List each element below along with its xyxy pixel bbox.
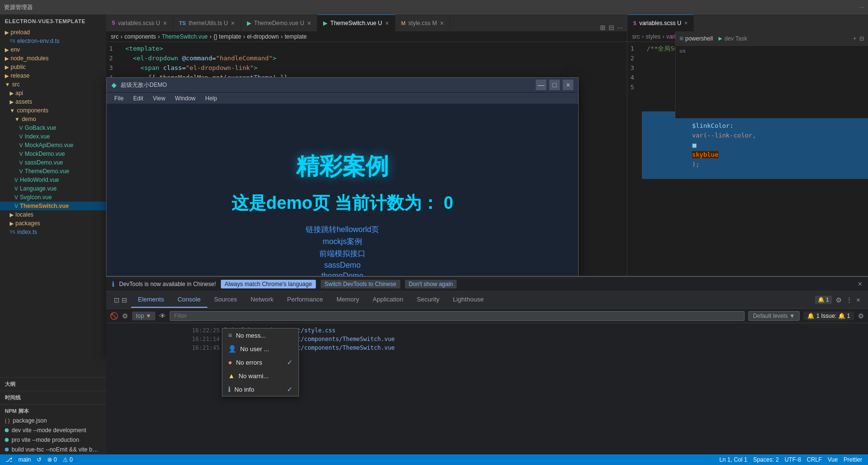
sidebar-item-assets[interactable]: ▶assets	[0, 97, 106, 106]
sidebar-item-node-modules[interactable]: ▶node_modules	[0, 54, 106, 63]
tab-close-themedemo[interactable]: ×	[307, 19, 311, 27]
dropdown-item-errors[interactable]: ● No errors ✓	[222, 356, 298, 369]
issue-badge[interactable]: 🔔 1 Issue: 🔔 1	[803, 312, 854, 320]
sidebar-item-language-vue[interactable]: VLanguage.vue	[0, 184, 106, 193]
npm-run-pro[interactable]: pro vite --mode production	[0, 435, 106, 445]
devtools-tab-memory[interactable]: Memory	[330, 292, 366, 308]
devtools-tab-console[interactable]: Console	[171, 292, 207, 308]
tab-variables-scss[interactable]: S variables.scss U ×	[106, 14, 173, 31]
sidebar-item-api[interactable]: ▶api	[0, 89, 106, 97]
encoding-indicator[interactable]: UTF-8	[785, 456, 801, 463]
sidebar-item-goback-vue[interactable]: VGoBack.vue	[0, 123, 106, 132]
npm-run-dev[interactable]: dev vite --mode development	[0, 425, 106, 435]
editor-layout-icon[interactable]: ⊟	[609, 24, 614, 31]
devtools-tab-lighthouse[interactable]: Lighthouse	[446, 292, 490, 308]
devtools-tab-sources[interactable]: Sources	[207, 292, 244, 308]
default-levels-dropdown[interactable]: Default levels ▼	[748, 311, 799, 321]
devtools-more-icon[interactable]: ⋮	[846, 296, 853, 304]
sidebar-item-sassdemo-vue[interactable]: VsassDemo.vue	[0, 158, 106, 167]
npm-package-json[interactable]: { } package.json	[0, 416, 106, 425]
preview-link-mockapi[interactable]: 前端模拟接口	[319, 249, 366, 259]
dropdown-item-info[interactable]: ℹ No info ✓	[222, 383, 298, 396]
sidebar-item-release[interactable]: ▶release	[0, 71, 106, 80]
preview-link-sass[interactable]: sassDemo	[324, 261, 361, 270]
terminal-split-icon[interactable]: ⊟	[859, 35, 864, 42]
clear-console-icon[interactable]: 🚫	[110, 312, 118, 320]
menu-window[interactable]: Window	[175, 95, 196, 102]
right-tab-close[interactable]: ×	[684, 20, 688, 27]
ln-col-indicator[interactable]: Ln 1, Col 1	[719, 456, 747, 463]
sidebar-item-helloworld-vue[interactable]: VHelloWorld.vue	[0, 176, 106, 184]
always-match-btn[interactable]: Always match Chrome's language	[221, 280, 316, 288]
switch-chinese-btn[interactable]: Switch DevTools to Chinese	[321, 280, 400, 288]
git-branch-label[interactable]: main	[18, 456, 31, 463]
tab-themeswitch-vue[interactable]: ▶ ThemeSwitch.vue U ×	[317, 14, 395, 31]
dropdown-item-messages[interactable]: ≡ No mess...	[222, 328, 298, 342]
titlebar-dots[interactable]: ···	[859, 4, 864, 11]
menu-edit[interactable]: Edit	[133, 95, 143, 102]
sidebar-item-preload[interactable]: ▶preload	[0, 28, 106, 37]
sidebar-item-components[interactable]: ▼components	[0, 106, 106, 115]
sidebar-item-themedemo-vue[interactable]: VThemeDemo.vue	[0, 167, 106, 176]
devtools-settings-icon[interactable]: ⚙	[836, 296, 842, 304]
tab-close-css[interactable]: ×	[440, 19, 444, 27]
language-indicator[interactable]: Vue	[827, 456, 838, 463]
sidebar-item-packages[interactable]: ▶packages	[0, 219, 106, 228]
sidebar-item-src[interactable]: ▼src	[0, 80, 106, 89]
sidebar-item-themeswitch-vue[interactable]: VThemeSwitch.vue	[0, 202, 106, 210]
devtools-tab-network[interactable]: Network	[244, 292, 281, 308]
devtools-close-icon[interactable]: ×	[856, 296, 860, 304]
right-tab-variables[interactable]: S variables.scss U ×	[627, 14, 694, 31]
eye-icon[interactable]: 👁	[159, 312, 166, 320]
more-icon[interactable]: ···	[617, 24, 623, 31]
sidebar-item-svgicon-vue[interactable]: VSvgIcon.vue	[0, 193, 106, 202]
preview-maximize-btn[interactable]: □	[549, 80, 560, 90]
preview-close-btn[interactable]: ×	[563, 80, 573, 90]
tab-close-scss[interactable]: ×	[163, 19, 167, 27]
devtools-tab-security[interactable]: Security	[410, 292, 446, 308]
split-editor-icon[interactable]: ⊞	[600, 24, 606, 31]
sidebar-item-env[interactable]: ▶env	[0, 45, 106, 54]
devtools-inspect-icon[interactable]: ⊡	[114, 296, 120, 304]
tab-themedemo-vue[interactable]: ▶ ThemeDemo.vue U ×	[241, 14, 317, 31]
menu-help[interactable]: Help	[205, 95, 217, 102]
terminal-add-icon[interactable]: +	[853, 35, 856, 42]
devtools-tab-application[interactable]: Application	[366, 292, 410, 308]
tab-style-css[interactable]: M style.css M ×	[395, 14, 450, 31]
devtools-device-icon[interactable]: ⊟	[122, 296, 127, 304]
error-count[interactable]: ⊗ 0	[47, 456, 57, 463]
sidebar-item-index-ts[interactable]: TSindex.ts	[0, 228, 106, 236]
devtools-tab-performance[interactable]: Performance	[280, 292, 329, 308]
console-settings-icon[interactable]: ⚙	[122, 312, 128, 320]
preview-minimize-btn[interactable]: —	[536, 80, 546, 90]
dont-show-btn[interactable]: Don't show again	[405, 280, 457, 288]
npm-run-build[interactable]: build vue-tsc --noEmit && vite build &	[0, 445, 106, 454]
sidebar-item-mockapidemo-vue[interactable]: VMockApiDemo.vue	[0, 141, 106, 150]
console-filter-input[interactable]	[170, 311, 745, 321]
terminal-tab-dev[interactable]: ▶ dev Task	[719, 35, 747, 42]
dropdown-item-user[interactable]: 👤 No user ...	[222, 342, 298, 356]
sidebar-item-index-vue[interactable]: VIndex.vue	[0, 132, 106, 141]
sync-icon[interactable]: ↺	[37, 456, 41, 463]
prettier-indicator[interactable]: Prettier	[843, 456, 862, 463]
preview-link-mockjs[interactable]: mockjs案例	[323, 237, 362, 247]
sidebar-item-locales[interactable]: ▶locales	[0, 210, 106, 219]
sidebar-item-demo[interactable]: ▼demo	[0, 115, 106, 123]
eol-indicator[interactable]: CRLF	[807, 456, 822, 463]
menu-file[interactable]: File	[114, 95, 123, 102]
top-dropdown[interactable]: top ▼	[132, 312, 155, 320]
sidebar-item-mockdemo-vue[interactable]: VMockDemo.vue	[0, 150, 106, 158]
devtools-tab-elements[interactable]: Elements	[131, 292, 171, 308]
preview-link-helloworld[interactable]: 链接跳转helloworld页	[306, 225, 379, 235]
console-gear-icon[interactable]: ⚙	[858, 312, 864, 320]
notification-close-btn[interactable]: ×	[858, 280, 862, 288]
warning-count[interactable]: ⚠ 0	[63, 456, 73, 463]
menu-view[interactable]: View	[153, 95, 165, 102]
dropdown-item-warnings[interactable]: ▲ No warni...	[222, 369, 298, 383]
terminal-tab-powershell[interactable]: ⊞ powershell	[679, 35, 713, 42]
tab-close-themeswitch[interactable]: ×	[385, 19, 389, 27]
tab-themeutils-ts[interactable]: TS themeUtils.ts U ×	[173, 14, 241, 31]
sidebar-item-electron-env-d-ts[interactable]: TSelectron-env.d.ts	[0, 37, 106, 45]
tab-close-ts[interactable]: ×	[231, 19, 235, 27]
spaces-indicator[interactable]: Spaces: 2	[753, 456, 779, 463]
